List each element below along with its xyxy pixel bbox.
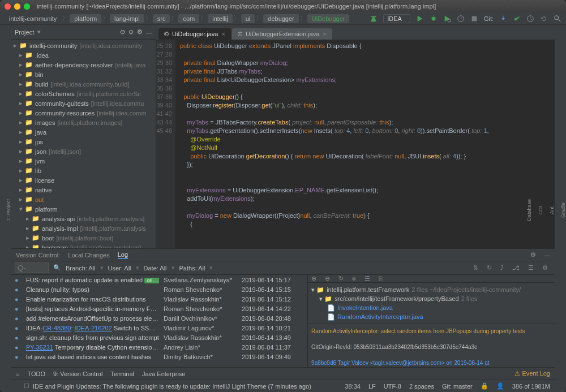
tool-terminal[interactable]: Terminal — [110, 371, 134, 377]
detail-toolbar-icons[interactable]: ⊕ ⊖ ↻ ⎈ ☰ ⎘ — [311, 275, 386, 282]
vcs-toolbar-icons[interactable]: ⇅ ↻ ⤴ ⎇ ☰ ⚙ — [473, 264, 551, 272]
commit-row[interactable]: ●add #elementsAroundOffsetUp to process … — [11, 313, 307, 323]
svg-point-1 — [431, 16, 435, 20]
git-branch[interactable]: Git: master — [442, 383, 473, 390]
tree-row[interactable]: ▸📁colorSchemes[intellij.platform.colorSc — [11, 89, 156, 98]
tree-row[interactable]: ▸📁jvm — [11, 156, 156, 166]
gear-icon[interactable]: ⚙ — [137, 28, 143, 36]
breadcrumb-item[interactable]: platform — [70, 14, 101, 23]
gear-icon[interactable]: ⚙ — [530, 251, 536, 259]
breadcrumb-item[interactable]: debugger — [263, 14, 299, 23]
detail-module[interactable]: intellij.platform.testFramework — [327, 286, 409, 293]
commit-row[interactable]: ●Enable notarization for macOS distribut… — [11, 294, 307, 304]
commit-row[interactable]: ●FUS: report if automatic update is enab… — [11, 275, 307, 285]
commit-row[interactable]: ●sign.sh: cleanup files from previous si… — [11, 333, 307, 342]
breadcrumb-item[interactable]: com — [178, 14, 199, 23]
run-icon[interactable] — [416, 15, 424, 23]
stop-icon[interactable] — [470, 15, 478, 23]
tool-cdi[interactable]: CDI — [538, 206, 543, 215]
locate-icon[interactable]: ⊙ — [128, 28, 134, 36]
maximize-window[interactable] — [24, 3, 30, 10]
close-window[interactable] — [5, 3, 11, 10]
vcs-commit-icon[interactable] — [513, 15, 521, 23]
tool-vcs[interactable]: 9: Version Control — [53, 371, 102, 377]
breadcrumb-item[interactable]: UiDebugger — [307, 14, 350, 23]
debug-icon[interactable] — [430, 15, 438, 23]
hide-icon[interactable]: — — [146, 29, 152, 36]
breadcrumb-item[interactable]: intellij-community — [5, 14, 61, 23]
search-icon[interactable] — [554, 15, 561, 23]
tool-gradle[interactable]: Gradle — [560, 203, 566, 218]
filter-user[interactable]: User: All — [108, 265, 131, 272]
build-icon[interactable] — [370, 15, 378, 23]
tree-row[interactable]: ▸📁jps — [11, 137, 156, 147]
breadcrumb-item[interactable]: intellij — [208, 14, 233, 23]
commit-row[interactable]: ●[tests] replaces Android-specific in-me… — [11, 304, 307, 313]
tree-row[interactable]: ▸📁native — [11, 185, 156, 195]
breadcrumb-item[interactable]: lang-impl — [110, 14, 144, 23]
memory[interactable]: 386 of 1981M — [512, 383, 550, 390]
lock-icon[interactable]: 🔒 — [481, 382, 488, 390]
svg-rect-7 — [472, 16, 477, 21]
vcs-tab-local[interactable]: Local Changes — [68, 252, 109, 259]
hide-icon[interactable]: — — [544, 252, 550, 259]
project-tree[interactable]: ▸📁intellij-community[intellij.idea.commu… — [11, 40, 156, 248]
code-content[interactable]: public class UiDebugger extends JPanel i… — [175, 40, 555, 248]
vcs-tab-log[interactable]: Log — [118, 251, 128, 259]
commit-list[interactable]: ●FUS: report if automatic update is enab… — [11, 275, 307, 367]
vcs-history-icon[interactable] — [526, 15, 534, 23]
commit-row[interactable]: ●IDEA-CR-48380: IDEA-216202 Switch to SS… — [11, 323, 307, 333]
tree-row[interactable]: ▸📁boot[intellij.platform.boot] — [11, 233, 156, 243]
inspect-icon[interactable]: 👤 — [496, 382, 504, 390]
tool-project[interactable]: 1: Project — [6, 199, 11, 221]
tree-row[interactable]: ▸📁bin — [11, 70, 156, 79]
vcs-revert-icon[interactable] — [540, 15, 548, 23]
filter-branch[interactable]: Branch: All — [66, 265, 96, 272]
tool-todo[interactable]: TODO — [27, 371, 45, 377]
filter-paths[interactable]: Paths: All — [179, 265, 205, 272]
coverage-icon[interactable] — [443, 15, 451, 23]
tree-row[interactable]: ▸📁out — [11, 195, 156, 204]
vcs-update-icon[interactable] — [499, 15, 507, 23]
run-config-selector[interactable]: IDEA — [383, 14, 410, 23]
commit-row[interactable]: ●PY-36231 Temporary disable Cython exten… — [11, 342, 307, 352]
collapse-icon[interactable]: ⊖ — [120, 28, 125, 36]
line-sep[interactable]: LF — [368, 383, 376, 390]
tree-row[interactable]: ▸📁lib — [11, 166, 156, 175]
tool-database[interactable]: Database — [526, 199, 532, 221]
filter-date[interactable]: Date: All — [144, 265, 167, 272]
commit-row[interactable]: ●Cleanup (nullity; typos)Roman Shevchenk… — [11, 285, 307, 294]
caret-pos[interactable]: 38:34 — [345, 383, 361, 390]
tree-row[interactable]: ▸📁.idea — [11, 50, 156, 60]
tree-row[interactable]: ▸📁bootstrap[intellij.platform.bootstrap] — [11, 243, 156, 248]
breadcrumb-item[interactable]: ui — [241, 14, 255, 23]
commit-row[interactable]: ●let java ast based indices use content … — [11, 352, 307, 361]
editor-tab[interactable]: ©UiDebugger.java× — [158, 28, 231, 40]
tree-row[interactable]: ▸📁analysis-impl[intellij.platform.analys… — [11, 223, 156, 233]
tree-row[interactable]: ▸📁json[intellij.json] — [11, 147, 156, 156]
tree-row[interactable]: ▾📁platform — [11, 204, 156, 214]
minimize-window[interactable] — [14, 3, 20, 10]
encoding[interactable]: UTF-8 — [384, 383, 401, 390]
profile-icon[interactable] — [457, 15, 465, 23]
tree-row[interactable]: ▸📁images[intellij.platform.images] — [11, 118, 156, 127]
breadcrumb-item[interactable]: src — [153, 14, 170, 23]
detail-file[interactable]: RandomActivityInterceptor.java — [337, 313, 423, 320]
indent[interactable]: 2 spaces — [409, 383, 434, 390]
tool-ant[interactable]: Ant — [549, 206, 555, 214]
tree-row[interactable]: ▸📁build[intellij.idea.community.build] — [11, 79, 156, 89]
editor-tab[interactable]: ©UiDebuggerExtension.java× — [232, 28, 332, 40]
tool-javaee[interactable]: Java Enterprise — [142, 371, 185, 377]
tree-row[interactable]: ▸📁analysis-api[intellij.platform.analysi… — [11, 214, 156, 223]
vcs-search-input[interactable] — [15, 262, 49, 273]
tree-row[interactable]: ▸📁community-resources[intellij.idea.comm — [11, 108, 156, 118]
tree-row[interactable]: ▸📁aether-dependency-resolver[intellij.ja… — [11, 60, 156, 70]
right-tool-stripe: Gradle Ant CDI Database — [555, 25, 566, 392]
tree-row[interactable]: ▸📁intellij-community[intellij.idea.commu… — [11, 41, 156, 50]
detail-folder[interactable]: src/com/intellij/testFramework/propertyB… — [335, 295, 458, 302]
tree-row[interactable]: ▸📁license — [11, 175, 156, 185]
tree-row[interactable]: ▸📁community-guitests[intellij.idea.commu — [11, 98, 156, 108]
tree-row[interactable]: ▸📁java — [11, 127, 156, 137]
detail-file[interactable]: InvokeIntention.java — [337, 304, 393, 311]
event-log[interactable]: ⚠ Event Log — [514, 370, 550, 377]
